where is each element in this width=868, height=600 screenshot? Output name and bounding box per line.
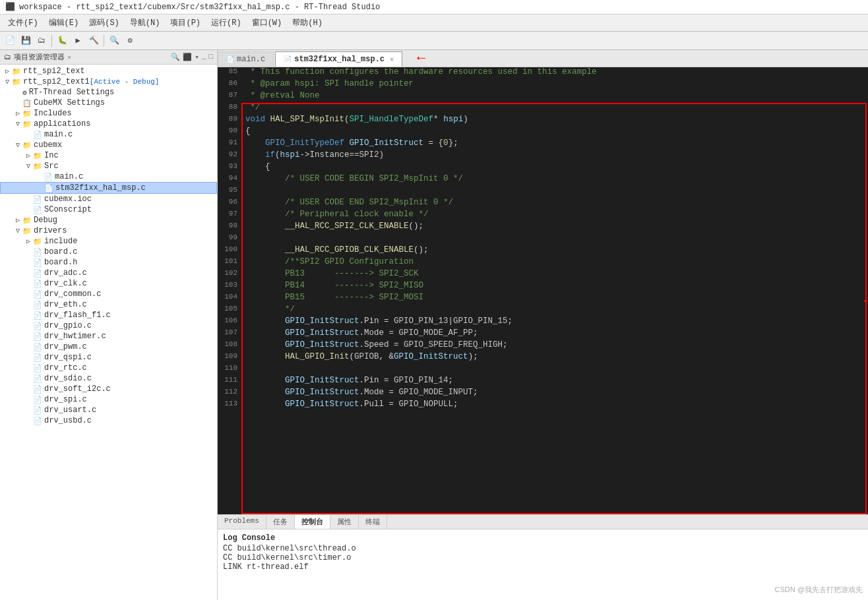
tree-item-drv-clk-c[interactable]: 📄drv_clk.c xyxy=(0,278,217,289)
menu-item-e[interactable]: 编辑(E) xyxy=(44,16,84,30)
tree-icon-drv-sdio-c: 📄 xyxy=(33,375,42,383)
line-content-104: PB15 -------> SPI2_MOSI xyxy=(243,293,423,302)
code-line-93: 93 { xyxy=(218,162,868,174)
tree-item-includes[interactable]: ▷📁Includes xyxy=(0,108,217,119)
tree-item-drivers[interactable]: ▽📁drivers xyxy=(0,225,217,236)
line-num-99: 99 xyxy=(218,233,243,241)
title-text: workspace - rtt_spi2_text1/cubemx/Src/st… xyxy=(19,3,380,12)
tree-item-drv-hwtimer-c[interactable]: 📄drv_hwtimer.c xyxy=(0,331,217,342)
tab-stm32-close[interactable]: ✕ xyxy=(390,55,394,63)
tree-item-drv-spi-c[interactable]: 📄drv_spi.c xyxy=(0,394,217,405)
tree-item-drv-qspi-c[interactable]: 📄drv_qspi.c xyxy=(0,352,217,363)
tree-icon-drv-gpio-c: 📄 xyxy=(33,322,42,330)
tree-icon-board-c: 📄 xyxy=(33,248,42,256)
menu-item-r[interactable]: 运行(R) xyxy=(206,16,247,30)
tree-icon-drv-adc-c: 📄 xyxy=(33,269,42,278)
menu-item-p[interactable]: 项目(P) xyxy=(165,16,206,30)
tree-item-rt-thread-settings[interactable]: ⚙RT-Thread Settings xyxy=(0,87,217,98)
tree-item-drv-usbd-c[interactable]: 📄drv_usbd.c xyxy=(0,415,217,426)
tree-item-drv-rtc-c[interactable]: 📄drv_rtc.c xyxy=(0,363,217,373)
bottom-tab-任务[interactable]: 任务 xyxy=(266,515,295,529)
tree-item-rtt_spi2_text1[interactable]: ▽📁rtt_spi2_text1 [Active - Debug] xyxy=(0,76,217,87)
tree-arrow-applications: ▽ xyxy=(13,120,22,128)
menu-item-s[interactable]: 源码(S) xyxy=(84,16,125,30)
tree-item-main-c[interactable]: 📄main.c xyxy=(0,129,217,140)
bottom-tab-控制台[interactable]: 控制台 xyxy=(295,515,330,529)
tree-item-board-c[interactable]: 📄board.c xyxy=(0,247,217,257)
tree-label-cubemx-ioc: cubemx.ioc xyxy=(44,195,92,204)
line-content-85: * This function configures the hardware … xyxy=(243,67,597,76)
tree-item-sconscript[interactable]: 📄SConscript xyxy=(0,204,217,215)
tree-item-drv-flash-f1-c[interactable]: 📄drv_flash_f1.c xyxy=(0,310,217,320)
tree-area[interactable]: ▷📁rtt_spi2_text▽📁rtt_spi2_text1 [Active … xyxy=(0,65,217,600)
bottom-tab-Problems[interactable]: Problems xyxy=(218,515,266,529)
toolbar-btn-save[interactable]: 💾 xyxy=(18,34,33,48)
tree-arrow-rtt_spi2_text: ▷ xyxy=(3,67,12,75)
line-num-93: 93 xyxy=(218,162,243,170)
tree-label-debug: Debug xyxy=(34,216,57,225)
tree-item-cubemx-settings[interactable]: 📋CubeMX Settings xyxy=(0,98,217,108)
panel-header-icons[interactable]: 🔍 ⬛ ▾ _ □ xyxy=(171,53,213,61)
tab-main-c-label: main.c xyxy=(237,55,265,64)
line-content-95 xyxy=(243,186,251,195)
editor-tabs: 📄 main.c 📄 stm32f1xx_hal_msp.c ✕ ← xyxy=(218,50,868,67)
toolbar-btn-new[interactable]: 📄 xyxy=(3,34,17,48)
tree-item-drv-common-c[interactable]: 📄drv_common.c xyxy=(0,289,217,299)
tree-item-include[interactable]: ▷📁include xyxy=(0,236,217,247)
tree-item-cubemx-ioc[interactable]: 📄cubemx.ioc xyxy=(0,194,217,204)
bottom-tab-属性[interactable]: 属性 xyxy=(330,515,359,529)
menu-icon[interactable]: ▾ xyxy=(195,53,199,61)
minimize-icon[interactable]: _ xyxy=(202,53,206,61)
code-line-110: 110 xyxy=(218,364,868,376)
menu-item-w[interactable]: 窗口(W) xyxy=(247,16,288,30)
tree-item-drv-pwm-c[interactable]: 📄drv_pwm.c xyxy=(0,342,217,352)
tree-item-drv-gpio-c[interactable]: 📄drv_gpio.c xyxy=(0,320,217,331)
tree-item-drv-soft-i2c-c[interactable]: 📄drv_soft_i2c.c xyxy=(0,384,217,394)
tree-item-debug[interactable]: ▷📁Debug xyxy=(0,215,217,225)
line-content-113: GPIO_InitStruct.Pull = GPIO_NOPULL; xyxy=(243,400,458,409)
toolbar-btn-build[interactable]: 🔨 xyxy=(86,34,101,48)
tree-label-drv-usbd-c: drv_usbd.c xyxy=(44,416,92,425)
line-content-91: GPIO_InitTypeDef GPIO_InitStruct = {0}; xyxy=(243,138,458,148)
search-icon[interactable]: 🔍 xyxy=(171,53,180,61)
tree-arrow-rtt_spi2_text1: ▽ xyxy=(3,78,12,86)
tree-item-applications[interactable]: ▽📁applications xyxy=(0,119,217,129)
code-editor[interactable]: 85 * This function configures the hardwa… xyxy=(218,67,868,514)
menu-item-h[interactable]: 帮助(H) xyxy=(287,16,328,30)
line-num-86: 86 xyxy=(218,79,243,87)
panel-header-title: 🗂 项目资源管理器 ✕ xyxy=(4,52,71,62)
toolbar-btn-settings[interactable]: ⚙ xyxy=(123,34,137,48)
tree-item-drv-adc-c[interactable]: 📄drv_adc.c xyxy=(0,268,217,278)
line-content-86: * @param hspi: SPI handle pointer xyxy=(243,79,414,88)
toolbar-sep2 xyxy=(104,35,104,47)
tab-arrow-annotation: ← xyxy=(417,50,425,67)
toolbar-btn-save-all[interactable]: 🗂 xyxy=(34,34,49,48)
collapse-icon[interactable]: ⬛ xyxy=(183,53,192,61)
line-content-99 xyxy=(243,233,251,243)
tab-main-c[interactable]: 📄 main.c xyxy=(218,51,274,67)
tree-item-board-h[interactable]: 📄board.h xyxy=(0,257,217,268)
toolbar-btn-search[interactable]: 🔍 xyxy=(107,34,121,48)
line-num-90: 90 xyxy=(218,127,243,135)
tree-item-main-c2[interactable]: 📄main.c xyxy=(0,171,217,182)
line-content-90: { xyxy=(243,127,251,136)
tree-item-inc[interactable]: ▷📁Inc xyxy=(0,150,217,161)
tab-stm32[interactable]: 📄 stm32f1xx_hal_msp.c ✕ xyxy=(275,51,402,67)
toolbar-btn-run[interactable]: ▶ xyxy=(71,34,85,48)
tree-item-cubemx[interactable]: ▽📁cubemx xyxy=(0,140,217,150)
code-area[interactable]: 85 * This function configures the hardwa… xyxy=(218,67,868,514)
bottom-tab-终端[interactable]: 终端 xyxy=(359,515,387,529)
maximize-icon[interactable]: □ xyxy=(208,53,213,61)
tree-item-drv-eth-c[interactable]: 📄drv_eth.c xyxy=(0,299,217,310)
tree-item-drv-sdio-c[interactable]: 📄drv_sdio.c xyxy=(0,373,217,384)
tree-item-src[interactable]: ▽📁Src xyxy=(0,161,217,171)
line-num-106: 106 xyxy=(218,316,243,324)
toolbar: 📄 💾 🗂 🐛 ▶ 🔨 🔍 ⚙ xyxy=(0,32,868,50)
menu-item-n[interactable]: 导航(N) xyxy=(125,16,166,30)
tree-item-drv-usart-c[interactable]: 📄drv_usart.c xyxy=(0,405,217,415)
toolbar-btn-debug[interactable]: 🐛 xyxy=(55,34,69,48)
menu-item-f[interactable]: 文件(F) xyxy=(3,16,44,30)
tree-item-rtt_spi2_text[interactable]: ▷📁rtt_spi2_text xyxy=(0,66,217,76)
line-num-100: 100 xyxy=(218,245,243,253)
tree-item-stm32f1xx-hal-msp[interactable]: 📄stm32f1xx_hal_msp.c xyxy=(0,182,217,194)
